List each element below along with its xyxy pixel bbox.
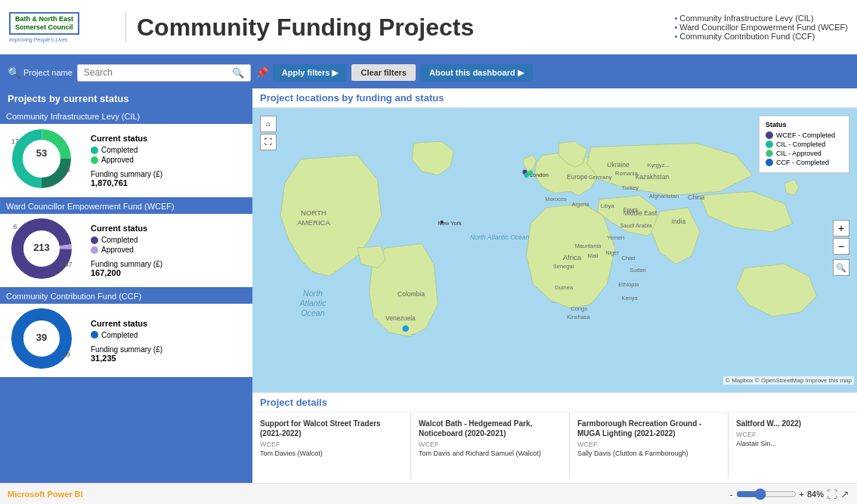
card-3-person: Alastair Sin... <box>736 440 857 447</box>
svg-text:North Atlantic Ocean: North Atlantic Ocean <box>470 233 530 241</box>
project-card-3: Saltford W... 2022) WCEF Alastair Sin... <box>729 413 857 478</box>
svg-text:207: 207 <box>60 261 72 268</box>
svg-text:39: 39 <box>63 351 70 358</box>
svg-text:Egypt: Egypt <box>623 206 639 213</box>
svg-text:36: 36 <box>63 166 70 174</box>
svg-text:Guinea: Guinea <box>555 284 574 291</box>
svg-text:213: 213 <box>33 242 50 253</box>
clear-filters-button[interactable]: Clear filters <box>351 64 416 81</box>
svg-text:Saudi Arabia: Saudi Arabia <box>620 222 652 229</box>
map-search-button[interactable]: 🔍 <box>833 259 849 276</box>
svg-text:6: 6 <box>13 223 17 230</box>
left-panel-header: Projects by current status <box>0 88 252 109</box>
header: Bath & North East Somerset Council Impro… <box>0 0 857 57</box>
card-2-title: Farmborough Recreation Ground - MUGA Lig… <box>577 419 720 438</box>
svg-text:Senegal: Senegal <box>553 263 574 270</box>
svg-text:Romania: Romania <box>615 170 639 177</box>
svg-text:Ocean: Ocean <box>301 308 324 317</box>
project-details-cards: Support for Walcot Street Traders (2021-… <box>252 413 857 478</box>
filter-pin-button[interactable]: 📌 <box>255 66 268 79</box>
bullet-wcef: Ward Councillor Empowerment Fund (WCEF) <box>674 23 848 32</box>
cil-donut-svg: 53 17 36 <box>8 128 76 189</box>
legend-wcef-completed: WCEF - Completed <box>766 131 843 139</box>
map-zoom-in-button[interactable]: + <box>833 220 849 237</box>
svg-text:53: 53 <box>36 147 47 159</box>
svg-text:Niger: Niger <box>605 249 619 256</box>
map-zoom-controls: + − 🔍 <box>833 220 849 276</box>
card-1-title: Walcot Bath - Hedgemead Park, Noticeboar… <box>419 419 562 438</box>
cil-section: Community Infrastructure Levy (CIL) 53 1… <box>0 109 252 197</box>
map-title: Project locations by funding and status <box>252 88 857 108</box>
bullet-cil: Community Infrastructure Levy (CIL) <box>674 14 848 23</box>
svg-text:Germany: Germany <box>589 174 612 181</box>
svg-text:Europe: Europe <box>567 173 588 181</box>
main-content: Projects by current status Community Inf… <box>0 88 857 483</box>
map-expand-button[interactable]: ⛶ <box>260 134 277 150</box>
map-zoom-out-button[interactable]: − <box>833 238 849 255</box>
expand-icon[interactable]: ⛶ <box>827 488 837 500</box>
external-link-icon[interactable]: ↗ <box>840 488 849 500</box>
ccf-donut: 39 39 <box>8 308 83 373</box>
map-home-button[interactable]: ⌂ <box>260 116 277 132</box>
cil-status-title: Current status <box>91 134 245 143</box>
wcef-status-title: Current status <box>91 224 245 233</box>
wcef-completed-dot <box>91 237 98 244</box>
about-dashboard-button[interactable]: About this dashboard ▶ <box>420 64 533 82</box>
legend-wcef-dot <box>766 131 773 139</box>
wcef-funding-label: Funding summary (£) <box>91 260 245 268</box>
cil-header: Community Infrastructure Levy (CIL) <box>0 109 252 124</box>
svg-text:Morocco: Morocco <box>545 196 567 203</box>
cil-funding-amount: 1,870,761 <box>91 178 245 187</box>
svg-text:Atlantic: Atlantic <box>299 298 327 308</box>
card-0-title: Support for Walcot Street Traders (2021-… <box>260 419 403 438</box>
search-box[interactable]: 🔍 <box>77 64 251 82</box>
ccf-content: 39 39 Current status Completed Funding s… <box>0 304 252 377</box>
wcef-section: Ward Councillor Empowerment Fund (WCEF) … <box>0 199 252 287</box>
zoom-slider[interactable] <box>736 488 797 500</box>
ccf-funding-label: Funding summary (£) <box>91 345 245 354</box>
svg-text:China: China <box>688 193 705 201</box>
card-3-fund: WCEF <box>736 431 857 438</box>
fund-bullet-list: Community Infrastructure Levy (CIL) Ward… <box>674 14 848 41</box>
svg-text:Colombia: Colombia <box>398 290 425 298</box>
svg-point-63 <box>528 171 533 175</box>
zoom-minus-label: - <box>730 490 733 499</box>
ccf-donut-svg: 39 39 <box>8 308 76 369</box>
project-details-section: Project details Support for Walcot Stree… <box>252 392 857 483</box>
svg-text:India: India <box>672 218 686 225</box>
svg-text:Afghanistan: Afghanistan <box>649 193 679 199</box>
powerbi-link[interactable]: Microsoft Power BI <box>8 490 83 499</box>
cil-completed-dot <box>91 147 98 154</box>
ccf-section: Community Contribution Fund (CCF) 39 39 … <box>0 289 252 377</box>
map-area[interactable]: North Atlantic Ocean North Atlantic Ocea… <box>252 108 857 388</box>
zoom-value: 84% <box>807 490 824 499</box>
ccf-header: Community Contribution Fund (CCF) <box>0 289 252 304</box>
legend-ccf-completed: CCF - Completed <box>766 159 843 166</box>
ccf-status-title: Current status <box>91 319 245 328</box>
svg-text:Congo: Congo <box>571 305 587 312</box>
wcef-funding-amount: 167,200 <box>91 268 245 277</box>
svg-text:17: 17 <box>11 138 19 145</box>
svg-text:Chad: Chad <box>622 255 636 261</box>
card-1-fund: WCEF <box>419 441 562 448</box>
cil-donut: 53 17 36 <box>8 128 83 193</box>
zoom-controls: - + 84% ⛶ ↗ <box>730 488 849 500</box>
svg-text:...: ... <box>551 298 555 305</box>
svg-text:Ethiopia: Ethiopia <box>618 281 639 288</box>
wcef-content: 213 6 207 Current status Completed Appro… <box>0 214 252 287</box>
svg-text:Africa: Africa <box>563 253 582 261</box>
project-name-label: 🔍 Project name <box>8 66 73 79</box>
legend-cil-approved: CIL - Approved <box>766 150 843 157</box>
project-details-title: Project details <box>252 393 857 413</box>
logo-tagline: Improving People's Lives <box>9 37 68 42</box>
search-input[interactable] <box>84 67 232 78</box>
map-legend: Status WCEF - Completed CIL - Completed … <box>759 116 849 173</box>
svg-text:Algeria: Algeria <box>571 201 589 208</box>
svg-text:North: North <box>303 289 323 298</box>
wcef-header: Ward Councillor Empowerment Fund (WCEF) <box>0 199 252 214</box>
svg-text:39: 39 <box>36 332 47 343</box>
card-2-fund: WCEF <box>577 441 720 448</box>
project-card-0: Support for Walcot Street Traders (2021-… <box>252 413 411 478</box>
apply-filters-button[interactable]: Apply filters ▶ <box>273 64 348 82</box>
project-card-2: Farmborough Recreation Ground - MUGA Lig… <box>570 413 729 478</box>
